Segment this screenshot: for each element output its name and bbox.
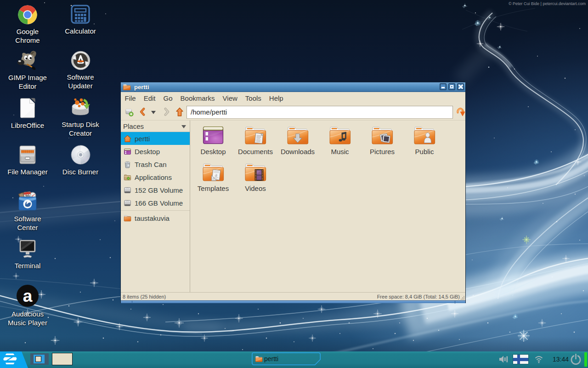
svg-text:a: a xyxy=(23,287,33,305)
